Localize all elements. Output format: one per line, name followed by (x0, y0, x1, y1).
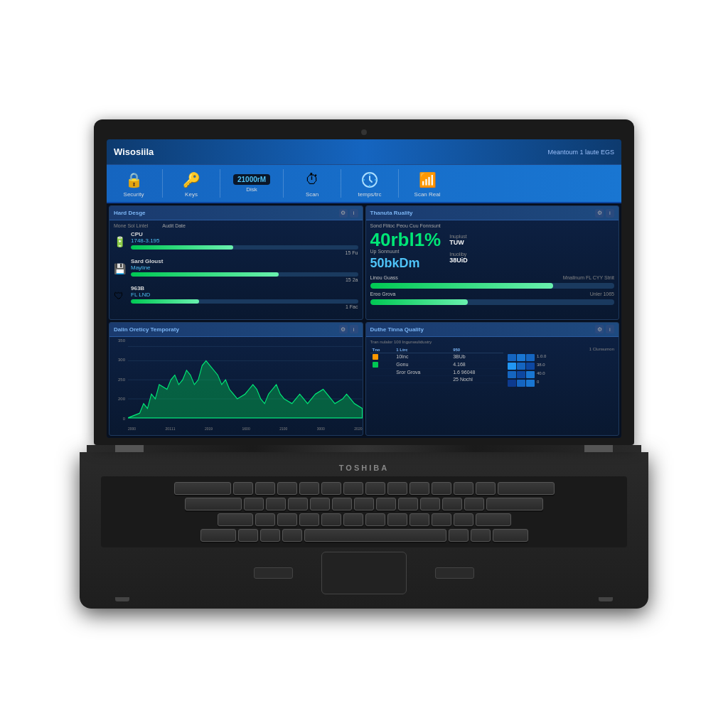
x-label-7: 2020 (354, 427, 362, 431)
key-shift-l[interactable] (218, 513, 253, 526)
key-f[interactable] (310, 498, 330, 510)
panel-hardware-info[interactable]: i (350, 209, 358, 218)
key-j[interactable] (376, 498, 396, 510)
transfer-stats: Inuplust TUW Inuoliby 38UiD (449, 226, 468, 271)
toolbar-temps-label: temps/trc (358, 191, 382, 198)
memory-sub: FL LND (131, 291, 358, 298)
key-space[interactable] (304, 529, 446, 542)
memory-info: 963B FL LND 1 Fac (131, 285, 358, 309)
touchpad-btn-left[interactable] (254, 567, 293, 579)
screen-bezel: Wisosiila Meantoum 1 laute EGS 🔒 Securit… (94, 119, 634, 445)
key-p[interactable] (432, 482, 451, 495)
stat-1-label: Inuplust (449, 234, 468, 239)
toolbar-temps[interactable]: temps/trc (348, 167, 391, 200)
key-slash[interactable] (454, 513, 473, 526)
network-icon: 📶 (417, 170, 437, 190)
panel-transfer-controls: ⚙ i (595, 209, 614, 218)
key-m[interactable] (387, 513, 407, 526)
foot-right (599, 597, 613, 601)
key-t[interactable] (321, 482, 341, 495)
toolbar-keys[interactable]: 🔑 Keys (170, 167, 213, 200)
toolbar-security-label: Security (124, 191, 144, 198)
cell-4-3: 25 Nochl (451, 375, 503, 382)
key-fn[interactable] (238, 529, 258, 542)
laptop-base: TOSHIBA (80, 452, 648, 609)
touchpad[interactable] (321, 552, 407, 594)
key-d[interactable] (288, 498, 308, 510)
key-l[interactable] (420, 498, 440, 510)
panel-transfer: Thanuta Ruality ⚙ i Sond Flitoc Peou Cuu… (365, 205, 620, 320)
panel-chart-settings[interactable]: ⚙ (339, 325, 348, 333)
key-u[interactable] (365, 482, 385, 495)
key-z[interactable] (255, 513, 275, 526)
stat-1-value: TUW (449, 239, 468, 246)
laptop-container: Wisosiila Meantoum 1 laute EGS 🔒 Securit… (87, 119, 641, 609)
key-quote[interactable] (464, 498, 484, 510)
key-h[interactable] (354, 498, 374, 510)
toolbar-scan[interactable]: ⏱ Scan (291, 167, 333, 200)
key-k[interactable] (398, 498, 418, 510)
panel-data-settings[interactable]: ⚙ (595, 325, 604, 333)
hw-cpu-row: 🔋 CPU 1748-3.195 15 Fu (114, 231, 358, 255)
key-o[interactable] (410, 482, 429, 495)
panel-hardware-header: Hard Desge ⚙ i (109, 206, 363, 220)
panel-hardware-controls: ⚙ i (339, 209, 358, 218)
touchpad-btn-right[interactable] (435, 567, 474, 579)
toolbar-network[interactable]: 📶 Scan Real (406, 167, 449, 200)
laptop-feet (101, 597, 627, 601)
hw-memory-row: 🛡 963B FL LND 1 Fac (114, 285, 358, 309)
key-a[interactable] (244, 498, 264, 510)
key-g[interactable] (332, 498, 352, 510)
heatmap-row-3: 40.0 (508, 371, 614, 378)
x-label-2: 20111 (166, 427, 176, 431)
panel-data-controls: ⚙ i (595, 325, 614, 333)
key-s[interactable] (266, 498, 286, 510)
key-backspace[interactable] (498, 482, 555, 495)
panel-chart-info[interactable]: i (350, 325, 358, 333)
y-label-300: 300 (109, 358, 127, 362)
app-title: Wisosiila (114, 146, 154, 157)
panel-transfer-info[interactable]: i (606, 209, 614, 218)
stat-2: Inuoliby 38UiD (449, 252, 468, 264)
key-alt-r[interactable] (449, 529, 469, 542)
key-x[interactable] (277, 513, 297, 526)
key-comma[interactable] (410, 513, 429, 526)
key-q[interactable] (233, 482, 253, 495)
key-r[interactable] (299, 482, 319, 495)
key-bracket-l[interactable] (454, 482, 473, 495)
toolbar-disk[interactable]: 21000rM Disk (228, 171, 276, 196)
svg-marker-6 (128, 360, 363, 417)
heatmap-row-2: 38.0 (508, 363, 614, 370)
panel-data-info[interactable]: i (606, 325, 614, 333)
key-y[interactable] (343, 482, 363, 495)
key-enter[interactable] (486, 498, 543, 510)
key-c[interactable] (299, 513, 319, 526)
key-shift-r[interactable] (476, 513, 511, 526)
key-menu[interactable] (471, 529, 491, 542)
key-b[interactable] (343, 513, 363, 526)
key-period[interactable] (432, 513, 451, 526)
key-semi[interactable] (442, 498, 462, 510)
stat-2-value: 38UiD (449, 257, 468, 264)
key-v[interactable] (321, 513, 341, 526)
main-grid: Hard Desge ⚙ i Mone Sol Lintel Audit Dat… (107, 203, 621, 438)
cell-2-3: 4.168 (451, 360, 503, 368)
panel-hardware-settings[interactable]: ⚙ (339, 209, 348, 218)
key-tab[interactable] (174, 482, 231, 495)
key-win[interactable] (260, 529, 280, 542)
panel-transfer-settings[interactable]: ⚙ (595, 209, 604, 218)
key-ctrl-l[interactable] (200, 529, 236, 542)
key-i[interactable] (387, 482, 407, 495)
toolbar-security[interactable]: 🔒 Security (112, 167, 155, 200)
key-ctrl-r[interactable] (493, 529, 528, 542)
key-n[interactable] (365, 513, 385, 526)
key-alt-l[interactable] (282, 529, 302, 542)
key-caps[interactable] (185, 498, 242, 510)
panel-data-subtitle: Tran nulalor 100 Ingunwulidustry (370, 340, 615, 344)
key-e[interactable] (277, 482, 297, 495)
scan-icon: ⏱ (302, 170, 322, 190)
cpu-bar-container (131, 245, 358, 250)
key-w[interactable] (255, 482, 275, 495)
foot-left (115, 597, 129, 601)
key-bracket-r[interactable] (476, 482, 496, 495)
